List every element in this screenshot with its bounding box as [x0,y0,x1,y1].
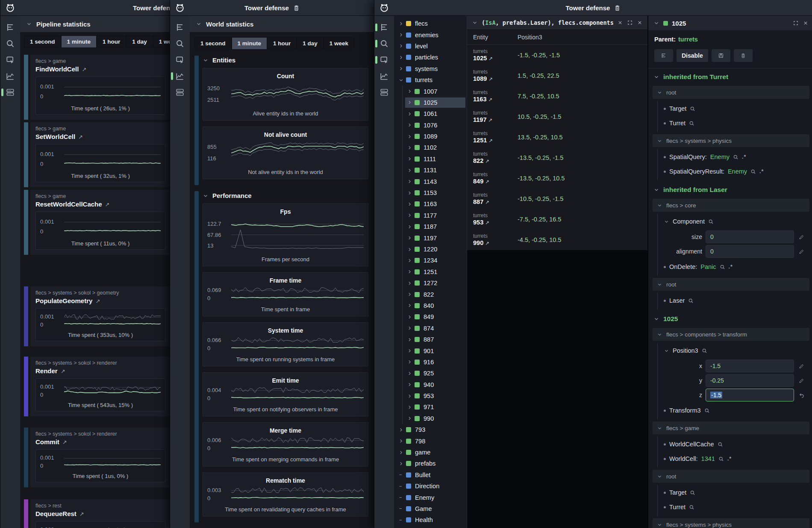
chevron-right-icon[interactable] [407,337,413,342]
tree-item-971[interactable]: 971 [394,401,467,413]
tree-item-1025[interactable]: 1025 [394,97,467,108]
pair-traverse-icon[interactable]: .* [727,456,732,462]
tree-item-game[interactable]: game [394,447,467,458]
sidebar-item-canvas[interactable] [170,55,190,65]
chevron-right-icon[interactable] [398,427,405,433]
query-result-row[interactable]: turrets 1025↗ -1.5, -0.25, -1.5 [467,45,647,65]
component-value[interactable]: Enemy [728,168,747,175]
search-icon[interactable] [690,490,695,496]
open-entity-icon[interactable]: ↗ [488,56,493,61]
component-item[interactable]: Target [658,485,809,500]
chevron-right-icon[interactable] [398,438,405,444]
query-result-row[interactable]: turrets 953↗ -7.5, -0.25, 16.5 [467,209,647,230]
search-icon[interactable] [688,298,694,304]
inherit-group-header[interactable]: inherited from Laser [648,181,812,197]
chevron-right-icon[interactable] [407,359,413,365]
chevron-right-icon[interactable] [407,100,413,105]
chevron-right-icon[interactable] [398,21,405,27]
chevron-right-icon[interactable] [407,156,413,162]
component-item[interactable]: WorldCell: 1341 .* [658,451,809,466]
window-titlebar[interactable]: Tower defense [374,0,812,16]
field-input-x[interactable]: -1.5 [706,360,794,372]
tree-item-1131[interactable]: 1131 [394,165,467,176]
tree-item-Health[interactable]: Health [394,514,467,525]
time-range-1-hour[interactable]: 1 hour [97,36,126,47]
chevron-right-icon[interactable] [407,224,413,230]
tree-item-Bullet[interactable]: Bullet [394,469,467,481]
tree-item-1102[interactable]: 1102 [394,142,467,153]
chevron-right-icon[interactable] [407,168,413,173]
trash-icon[interactable] [614,4,621,12]
sidebar-item-search[interactable] [374,39,394,48]
tree-item-enemies[interactable]: enemies [394,29,467,40]
tree-item-Enemy[interactable]: Enemy [394,492,467,503]
field-input-y[interactable]: -0.25 [706,374,794,387]
component-item[interactable]: WorldCellCache [658,437,809,451]
close-inspector-icon[interactable] [803,20,809,26]
module-path-bar[interactable]: root [653,470,809,483]
time-range-1-day[interactable]: 1 day [297,38,323,49]
undo-icon[interactable] [797,392,805,398]
time-range-1-hour[interactable]: 1 hour [268,38,296,49]
chevron-right-icon[interactable] [407,269,413,274]
component-item[interactable]: Turret [658,500,809,514]
sidebar-item-charts[interactable] [170,71,190,81]
inherit-group-header[interactable]: inherited from Turret [648,68,812,84]
open-entity-icon[interactable]: ↗ [488,138,493,143]
tree-item-1111[interactable]: 1111 [394,153,467,165]
chevron-down-icon[interactable] [472,20,478,26]
tree-item-822[interactable]: 822 [394,289,467,300]
tree-item-840[interactable]: 840 [394,300,467,311]
open-entity-icon[interactable]: ↗ [485,159,489,164]
tree-item-1187[interactable]: 1187 [394,221,467,232]
tree-item-916[interactable]: 916 [394,357,467,368]
chevron-right-icon[interactable] [407,122,413,128]
chevron-down-icon[interactable] [398,77,405,83]
tree-item-systems[interactable]: systems [394,63,467,74]
disable-button[interactable]: Disable [677,49,708,62]
time-range-1-minute[interactable]: 1 minute [62,36,97,47]
search-icon[interactable] [720,264,725,270]
open-stat-icon[interactable]: ↗ [78,134,83,140]
chevron-right-icon[interactable] [407,134,413,139]
query-result-row[interactable]: turrets 849↗ -13.5, -0.25, 10.5 [467,168,647,189]
chevron-right-icon[interactable] [407,88,413,94]
parent-value[interactable]: turrets [678,36,698,43]
chevron-right-icon[interactable] [407,371,413,376]
tree-item-1089[interactable]: 1089 [394,131,467,142]
chevron-right-icon[interactable] [407,382,413,387]
component-item[interactable]: Turret [658,116,809,130]
field-input-z[interactable]: -1.5 [706,389,794,401]
chevron-right-icon[interactable] [407,247,413,252]
search-icon[interactable] [690,106,695,112]
tree-item-1272[interactable]: 1272 [394,277,467,289]
tree-item-1220[interactable]: 1220 [394,244,467,255]
chevron-right-icon[interactable] [407,292,413,297]
component-expandable[interactable]: Component [658,214,809,229]
open-stat-icon[interactable]: ↗ [82,66,86,73]
sidebar-item-canvas[interactable] [374,55,394,65]
open-entity-icon[interactable]: ↗ [488,97,492,102]
tree-item-887[interactable]: 887 [394,334,467,345]
open-stat-icon[interactable]: ↗ [61,368,65,375]
sidebar-item-stats[interactable] [374,88,394,97]
search-icon[interactable] [689,504,694,510]
component-value[interactable]: 1341 [701,455,715,462]
chevron-right-icon[interactable] [407,404,413,410]
search-icon[interactable] [708,219,714,224]
tree-item-turrets[interactable]: turrets [394,74,467,86]
query-result-row[interactable]: turrets 1251↗ 13.5, -0.25, 10.5 [467,127,647,147]
chevron-down-icon[interactable] [653,20,659,26]
open-entity-icon[interactable]: ↗ [488,118,492,123]
time-range-1-day[interactable]: 1 day [127,36,153,47]
tree-item-Direction[interactable]: Direction [394,481,467,492]
sidebar-item-charts[interactable] [0,71,20,81]
tree-item-901[interactable]: 901 [394,345,467,356]
time-range-1-minute[interactable]: 1 minute [232,38,267,49]
time-range-1-week[interactable]: 1 week [324,38,354,49]
chevron-right-icon[interactable] [407,179,413,184]
component-value[interactable]: Panic [700,263,716,270]
search-icon[interactable] [750,169,756,174]
sidebar-item-entity-tree[interactable] [0,23,20,32]
time-range-1-second[interactable]: 1 second [195,38,231,49]
